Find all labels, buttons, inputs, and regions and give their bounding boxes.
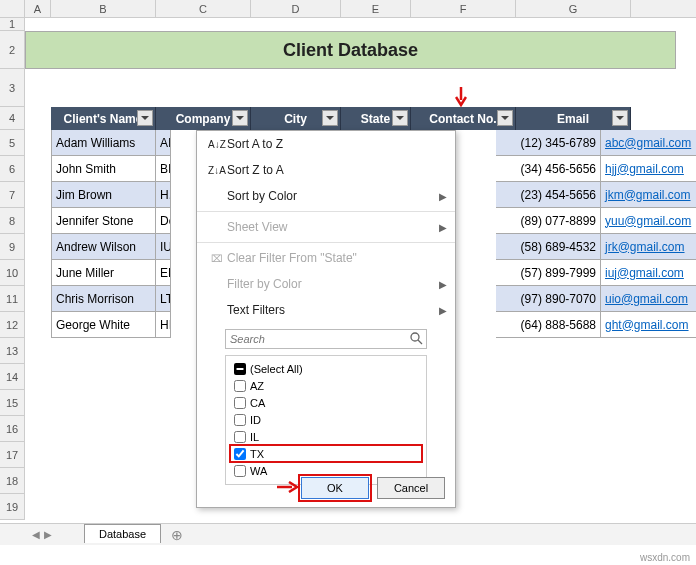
cell-email[interactable]: jrk@gmail.com [601, 234, 696, 260]
row-header-4[interactable]: 4 [0, 107, 24, 130]
sort-color-item[interactable]: Sort by Color ▶ [197, 183, 455, 209]
cell-email[interactable]: uio@gmail.com [601, 286, 696, 312]
checkbox[interactable] [234, 380, 246, 392]
row-header-5[interactable]: 5 [0, 130, 24, 156]
col-header-d[interactable]: D [251, 0, 341, 17]
cell-name[interactable]: Jim Brown [51, 182, 156, 208]
row-header-8[interactable]: 8 [0, 208, 24, 234]
cell-name[interactable]: Chris Morrison [51, 286, 156, 312]
cell-company[interactable]: IU [156, 234, 171, 260]
row-header-19[interactable]: 19 [0, 494, 24, 520]
row-header-16[interactable]: 16 [0, 416, 24, 442]
col-header-b[interactable]: B [51, 0, 156, 17]
cell-name[interactable]: Adam Williams [51, 130, 156, 156]
cell-email[interactable]: iuj@gmail.com [601, 260, 696, 286]
add-sheet-button[interactable]: ⊕ [167, 527, 187, 543]
chk-select-all[interactable]: (Select All) [230, 360, 422, 377]
sort-za-label: Sort Z to A [227, 163, 284, 177]
cell-company[interactable]: HI [156, 312, 171, 338]
cell-email[interactable]: jkm@gmail.com [601, 182, 696, 208]
cell-email[interactable]: hjj@gmail.com [601, 156, 696, 182]
column-headers: A B C D E F G [0, 0, 696, 18]
sheet-tab-database[interactable]: Database [84, 524, 161, 543]
row-header-9[interactable]: 9 [0, 234, 24, 260]
chk-label: TX [250, 448, 264, 460]
row-header-14[interactable]: 14 [0, 364, 24, 390]
col-header-c[interactable]: C [156, 0, 251, 17]
row-header-13[interactable]: 13 [0, 338, 24, 364]
checkbox[interactable] [234, 397, 246, 409]
tab-nav-next[interactable]: ▶ [42, 529, 54, 540]
row-header-10[interactable]: 10 [0, 260, 24, 286]
filter-button-email[interactable] [612, 110, 628, 126]
cell-company[interactable]: H. [156, 182, 171, 208]
chk-item-il[interactable]: IL [230, 428, 422, 445]
row-header-11[interactable]: 11 [0, 286, 24, 312]
col-header-a[interactable]: A [25, 0, 51, 17]
cell-contact[interactable]: (64) 888-5688 [496, 312, 601, 338]
cell-company[interactable]: EF [156, 260, 171, 286]
cancel-button[interactable]: Cancel [377, 477, 445, 499]
cell-name[interactable]: June Miller [51, 260, 156, 286]
filter-button-name[interactable] [137, 110, 153, 126]
cell-company[interactable]: AI [156, 130, 171, 156]
cell-company[interactable]: Do [156, 208, 171, 234]
row-header-12[interactable]: 12 [0, 312, 24, 338]
cell-name[interactable]: Jennifer Stone [51, 208, 156, 234]
checkbox[interactable] [234, 448, 246, 460]
col-header-g[interactable]: G [516, 0, 631, 17]
cell-contact[interactable]: (34) 456-5656 [496, 156, 601, 182]
text-filters-item[interactable]: Text Filters ▶ [197, 297, 455, 323]
tab-nav-prev[interactable]: ◀ [30, 529, 42, 540]
row-header-18[interactable]: 18 [0, 468, 24, 494]
filter-color-label: Filter by Color [227, 277, 302, 291]
chk-item-ca[interactable]: CA [230, 394, 422, 411]
filter-button-state[interactable] [392, 110, 408, 126]
col-header-f[interactable]: F [411, 0, 516, 17]
cell-email[interactable]: ght@gmail.com [601, 312, 696, 338]
row-header-15[interactable]: 15 [0, 390, 24, 416]
checkbox[interactable] [234, 465, 246, 477]
ok-button[interactable]: OK [301, 477, 369, 499]
row-header-3[interactable]: 3 [0, 69, 24, 107]
select-all-corner[interactable] [0, 0, 25, 17]
cell-contact[interactable]: (57) 899-7999 [496, 260, 601, 286]
row-header-1[interactable]: 1 [0, 18, 24, 31]
cell-name[interactable]: Andrew Wilson [51, 234, 156, 260]
sort-az-item[interactable]: A↓Z Sort A to Z [197, 131, 455, 157]
row-header-7[interactable]: 7 [0, 182, 24, 208]
cell-contact[interactable]: (58) 689-4532 [496, 234, 601, 260]
checkbox[interactable] [234, 431, 246, 443]
filter-button-contact[interactable] [497, 110, 513, 126]
cell-name[interactable]: George White [51, 312, 156, 338]
cell-company[interactable]: BI [156, 156, 171, 182]
sort-za-item[interactable]: Z↓A Sort Z to A [197, 157, 455, 183]
filter-button-city[interactable] [322, 110, 338, 126]
row-header-6[interactable]: 6 [0, 156, 24, 182]
cell-contact[interactable]: (89) 077-8899 [496, 208, 601, 234]
checkbox-select-all[interactable] [234, 363, 246, 375]
cell-email[interactable]: yuu@gmail.com [601, 208, 696, 234]
filter-color-item: Filter by Color ▶ [197, 271, 455, 297]
row-header-17[interactable]: 17 [0, 442, 24, 468]
cell-contact[interactable]: (12) 345-6789 [496, 130, 601, 156]
col-header-e[interactable]: E [341, 0, 411, 17]
chk-item-id[interactable]: ID [230, 411, 422, 428]
sort-za-icon: Z↓A [207, 165, 227, 176]
cell-email[interactable]: abc@gmail.com [601, 130, 696, 156]
chk-item-tx[interactable]: TX [230, 445, 422, 462]
chk-item-az[interactable]: AZ [230, 377, 422, 394]
row-headers: 1 2 3 4 5 6 7 8 9 10 11 12 13 14 15 16 1… [0, 18, 25, 520]
page-title: Client Database [25, 31, 676, 69]
cell-contact[interactable]: (23) 454-5656 [496, 182, 601, 208]
filter-search [225, 329, 427, 349]
checkbox[interactable] [234, 414, 246, 426]
filter-button-company[interactable] [232, 110, 248, 126]
cell-contact[interactable]: (97) 890-7070 [496, 286, 601, 312]
th-email-label: Email [557, 112, 589, 126]
cell-name[interactable]: John Smith [51, 156, 156, 182]
annotation-arrow-down [455, 87, 467, 110]
cell-company[interactable]: LT [156, 286, 171, 312]
search-input[interactable] [225, 329, 427, 349]
row-header-2[interactable]: 2 [0, 31, 24, 69]
